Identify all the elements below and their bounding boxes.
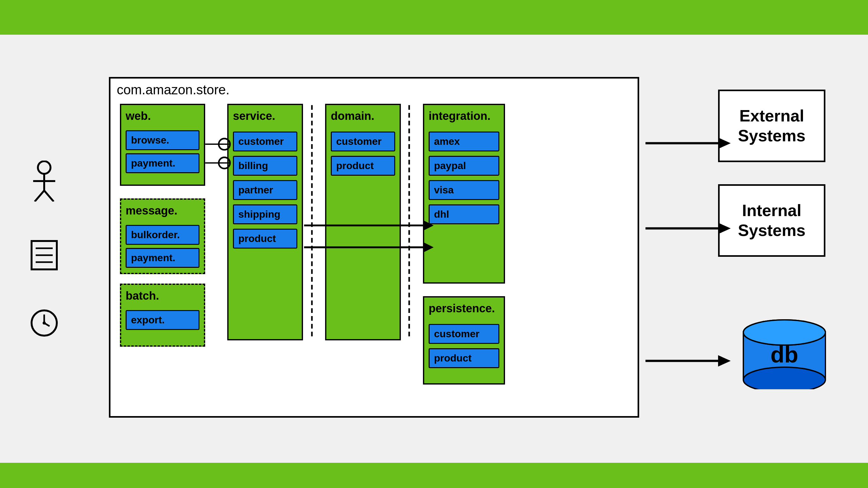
main-box-label: com.amazon.store. [117,82,229,97]
service-billing: billing [233,156,297,176]
external-systems-label: External Systems [738,106,806,145]
svg-line-4 [44,191,54,202]
svg-marker-35 [718,355,731,366]
box-web: web. browse. payment. [120,104,205,186]
web-label: web. [126,109,199,123]
domain-label: domain. [331,109,395,123]
batch-label: batch. [126,289,199,302]
domain-product: product [331,156,395,176]
persistence-product: product [429,348,499,368]
box-integration: integration. amex paypal visa dhl [423,104,505,284]
integration-label: integration. [429,109,499,123]
db-cylinder: db [740,317,829,389]
persistence-customer: customer [429,324,499,344]
service-shipping: shipping [233,204,297,224]
document-icon [30,239,58,271]
top-banner [0,0,868,35]
message-payment: payment. [126,248,199,268]
service-partner: partner [233,180,297,200]
box-batch: batch. export. [120,284,205,347]
box-service: service. customer billing partner shippi… [227,104,303,340]
service-product: product [233,229,297,249]
svg-text:db: db [771,342,798,367]
web-payment: payment. [126,153,199,173]
domain-customer: customer [331,132,395,152]
main-box: com.amazon.store. web. browse. payment. … [109,77,639,418]
service-customer: customer [233,132,297,152]
box-domain: domain. customer product [325,104,401,340]
actors-area [30,161,58,337]
content-area: com.amazon.store. web. browse. payment. … [0,35,868,463]
svg-point-27 [743,367,826,389]
message-label: message. [126,204,199,217]
svg-point-0 [38,161,51,174]
box-message: message. bulkorder. payment. [120,198,205,274]
bottom-banner [0,463,868,488]
batch-export: export. [126,310,199,330]
svg-point-28 [743,320,826,345]
svg-point-12 [42,321,46,325]
box-persistence: persistence. customer product [423,296,505,385]
service-label: service. [233,109,297,123]
diagram-wrapper: com.amazon.store. web. browse. payment. … [24,52,844,446]
integration-paypal: paypal [429,156,499,176]
clock-icon [30,309,58,337]
svg-line-3 [35,191,44,202]
person-icon [30,161,58,202]
db-container: db [740,317,829,389]
web-browse: browse. [126,130,199,150]
internal-systems-label: Internal Systems [738,201,806,240]
integration-visa: visa [429,180,499,200]
message-bulkorder: bulkorder. [126,225,199,245]
internal-systems-box: Internal Systems [718,184,826,257]
external-systems-box: External Systems [718,90,826,162]
persistence-label: persistence. [429,302,499,315]
integration-amex: amex [429,132,499,152]
integration-dhl: dhl [429,204,499,224]
